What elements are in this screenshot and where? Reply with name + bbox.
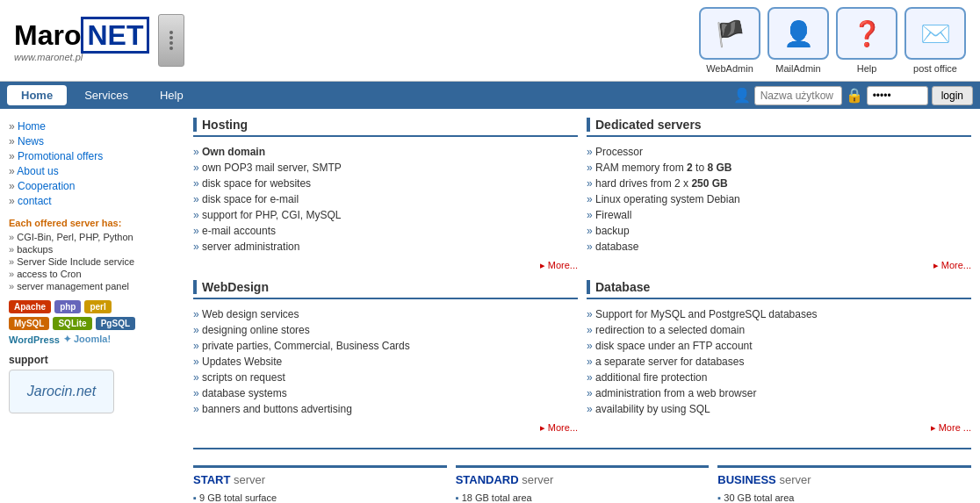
header: MaroNET www.maronet.pl 🏴 WebAdmin 👤 Mail… — [0, 0, 980, 82]
list-item: disk space for websites — [193, 176, 578, 191]
feature-backups: backups — [9, 244, 184, 255]
postoffice-icon-box: ✉️ — [904, 7, 966, 60]
mailadmin-icon-box: 👤 — [767, 7, 829, 60]
webadmin-icon-box: 🏴 — [699, 7, 760, 60]
database-items: Support for MySQL and PostgreSQL databas… — [587, 306, 971, 417]
logo-maro: Maro — [14, 19, 81, 51]
lock-icon: 🔒 — [846, 87, 863, 104]
mailadmin-icon-item[interactable]: 👤 MailAdmin — [767, 7, 829, 74]
list-item: database systems — [193, 385, 578, 401]
plan-business-name: BUSINESS — [717, 473, 775, 486]
sidebar-item-news[interactable]: News — [9, 135, 184, 147]
help-icon-item[interactable]: ❓ Help — [836, 7, 897, 74]
webadmin-icon: 🏴 — [715, 19, 746, 48]
help-icon-box: ❓ — [836, 7, 897, 60]
plan-standard-features: 18 GB total area monthly transfer 50 GB … — [456, 492, 710, 503]
tech-row-2: MySQL SQLite PgSQL — [9, 317, 184, 330]
list-item: RAM memory from 2 to 8 GB — [587, 160, 971, 176]
help-label: Help — [857, 63, 877, 74]
hosting-title: Hosting — [193, 118, 578, 137]
support-logo: Jarocin.net — [9, 370, 114, 413]
list-item: own POP3 mail server, SMTP — [193, 160, 578, 176]
list-item: additional fire protection — [587, 370, 971, 385]
hosting-box: Hosting Own domain own POP3 mail server,… — [193, 118, 578, 271]
plan-business-features: 30 GB total area monthly transfer 80 GB … — [717, 492, 971, 503]
plan-start-name: START — [193, 473, 230, 486]
sidebar-item-contact[interactable]: contact — [9, 195, 184, 207]
login-area: 👤 🔒 login — [733, 86, 973, 105]
feature-cgi: CGI-Bin, Perl, PHP, Python — [9, 232, 184, 242]
pricing-grid: START server 9 GB total surface transfer… — [193, 465, 971, 503]
list-item: Support for MySQL and PostgreSQL databas… — [587, 306, 971, 322]
list-item: Own domain — [193, 144, 578, 160]
hosting-title-bar — [193, 118, 197, 132]
hosting-items: Own domain own POP3 mail server, SMTP di… — [193, 144, 578, 255]
nav-services[interactable]: Services — [70, 85, 142, 105]
webdesign-title-bar — [193, 280, 197, 294]
help-icon: ❓ — [852, 19, 883, 48]
plan-start-header: START server — [193, 473, 447, 486]
support-site-name: Jarocin.net — [27, 384, 96, 399]
services-grid: Hosting Own domain own POP3 mail server,… — [193, 118, 971, 434]
plan-standard-type: server — [522, 473, 553, 486]
database-box: Database Support for MySQL and PostgreSQ… — [587, 280, 971, 434]
list-item: backup — [587, 223, 971, 239]
perl-badge: perl — [84, 300, 111, 313]
php-badge: php — [54, 300, 81, 313]
dedicated-more[interactable]: More... — [587, 260, 971, 271]
tech-logos: Apache php perl MySQL SQLite PgSQL WordP… — [9, 300, 184, 345]
joomla-badge: ✦ Joomla! — [63, 334, 111, 345]
feature-panel: server management panel — [9, 281, 184, 291]
sidebar: Home News Promotional offers About us Co… — [9, 118, 184, 503]
list-item: Web design services — [193, 306, 578, 322]
sidebar-item-about[interactable]: About us — [9, 165, 184, 177]
webadmin-icon-item[interactable]: 🏴 WebAdmin — [699, 7, 760, 74]
list-item: server administration — [193, 239, 578, 255]
list-item: 18 GB total area — [456, 492, 710, 503]
list-item: scripts on request — [193, 370, 578, 385]
username-input[interactable] — [754, 86, 842, 105]
list-item: hard drives from 2 x 250 GB — [587, 176, 971, 191]
password-input[interactable] — [867, 86, 928, 105]
sidebar-item-cooperation[interactable]: Cooperation — [9, 180, 184, 192]
database-more[interactable]: More ... — [587, 422, 971, 434]
postoffice-icon-item[interactable]: ✉️ post office — [904, 7, 966, 74]
sidebar-item-home[interactable]: Home — [9, 120, 184, 133]
dedicated-items: Processor RAM memory from 2 to 8 GB hard… — [587, 144, 971, 255]
top-icons: 🏴 WebAdmin 👤 MailAdmin ❓ Help ✉️ post of… — [699, 7, 966, 74]
dedicated-title: Dedicated servers — [587, 118, 971, 137]
nav-help[interactable]: Help — [146, 85, 198, 105]
list-item: Firewall — [587, 207, 971, 223]
database-title: Database — [587, 280, 971, 299]
webdesign-title: WebDesign — [193, 280, 578, 299]
tech-row-3: WordPress ✦ Joomla! — [9, 334, 184, 345]
logo: MaroNET www.maronet.pl — [14, 19, 149, 62]
postoffice-label: post office — [913, 63, 957, 74]
list-item: designing online stores — [193, 322, 578, 338]
list-item: support for PHP, CGI, MySQL — [193, 207, 578, 223]
list-item: disk space under an FTP account — [587, 338, 971, 354]
hosting-more[interactable]: More... — [193, 260, 578, 271]
list-item: 9 GB total surface — [193, 492, 447, 503]
apache-badge: Apache — [9, 300, 51, 313]
support-section: support Jarocin.net — [9, 354, 184, 413]
list-item: database — [587, 239, 971, 255]
mysql-badge: MySQL — [9, 317, 49, 330]
main-content: Hosting Own domain own POP3 mail server,… — [193, 118, 971, 503]
sidebar-item-promotional[interactable]: Promotional offers — [9, 150, 184, 162]
support-label: support — [9, 354, 184, 366]
list-item: administration from a web browser — [587, 385, 971, 401]
content-area: Home News Promotional offers About us Co… — [0, 109, 980, 503]
nav-home[interactable]: Home — [7, 85, 67, 105]
list-item: banners and buttons advertising — [193, 401, 578, 417]
list-item: Linux operating system Debian — [587, 191, 971, 207]
server-icon — [158, 14, 184, 67]
postoffice-icon: ✉️ — [920, 19, 951, 48]
plan-start-features: 9 GB total surface transfer monthly 25 G… — [193, 492, 447, 503]
plan-business-header: BUSINESS server — [717, 473, 971, 486]
mailadmin-icon: 👤 — [783, 19, 814, 48]
plan-standard: STANDARD server 18 GB total area monthly… — [456, 465, 710, 503]
list-item: Processor — [587, 144, 971, 160]
login-button[interactable]: login — [932, 86, 973, 105]
webdesign-more[interactable]: More... — [193, 422, 578, 434]
